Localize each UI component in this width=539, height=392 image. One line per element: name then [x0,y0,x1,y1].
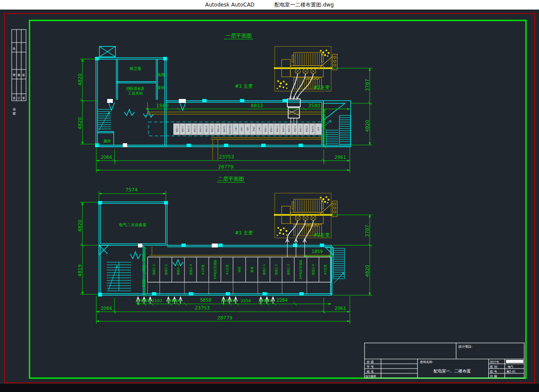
autocad-window: { "window": { "title_app": "Autodesk Aut… [0,0,539,392]
cabinet-label: 馈线2-1 [264,125,266,132]
dim-text: 4820 [365,265,370,277]
cabinet-label: 馈线1-3 [187,125,190,132]
dim-text: 28779 [217,315,233,321]
dim-text: 1859 [312,249,322,254]
sign-cell: 签 [22,96,25,100]
window-titlebar[interactable]: Autodesk AutoCAD 配电室一二楼布置图.dwg [0,0,539,10]
cabinet-label: 馈线2-5 [288,125,290,132]
dim-text: 392 [322,122,325,128]
cabinet-label: 1M电压互感器 [214,260,217,280]
project-label: 设计项目: [458,345,473,349]
dim-text: 341 [322,110,325,115]
sign-cell: 签 [22,73,25,77]
sign-cell: 计 [17,96,20,100]
sign-cell: 改 [13,47,16,50]
cabinet-label: 计量1 [235,126,237,131]
cabinet-label: #2所变 [201,264,205,275]
dim-text: 28779 [218,164,233,170]
cabinet-label: 馈线2-4 [312,264,315,276]
room-label-secondary-equipment: 电气二次设备室 [119,223,147,227]
dim-text: 4820 [365,120,370,132]
dim-text: 826 [143,299,150,303]
document-title: 配电室一二楼布置图.dwg [274,1,334,9]
cabinet-label: 母联 [238,267,241,273]
floor1-title: 一层平面图 [226,33,252,39]
dim-text: 392 [322,116,325,122]
cabinet-label: 馈线1-1 [152,264,156,275]
dim-text: 2302 [142,279,145,287]
dim-text: 2284 [276,298,287,303]
cabinet-label: 备用 [317,127,319,131]
dim-text: 2066 [101,155,112,160]
sign-cell: 审 [13,73,16,77]
cabinet-label: 母联 [246,127,249,131]
dim-text: 2961 [335,155,346,160]
dim-text: 3580 [308,103,320,109]
dim-text: 3787 [365,79,370,91]
tb-row-label: 姓 名 [367,370,374,373]
cabinet-label: 进线1 [240,126,243,131]
cabinet-label: 馈线1-5 [199,125,201,132]
sign-footer-char: 签 [13,112,16,115]
floor1-switchgear-row: 馈线1-1 馈线1-2 馈线1-3 馈线1-4 馈线1-5 馈线1-6 馈线1-… [174,124,321,135]
dim-text: 826 [221,299,228,303]
cabinet-label: 馈线2-0 [306,125,308,132]
dim-text: 5858 [200,297,212,303]
tb-right-label: 设计号 [490,360,499,364]
dim-text: 826 [167,299,174,303]
cabinet-label: 馈线1-7 [211,125,213,132]
dim-text: 2541 [142,253,145,261]
dim-text: 826 [136,299,143,303]
dim-text: 826 [259,299,266,303]
cabinet-label: 馈线2-3 [287,264,290,275]
dim-text: 3787 [365,225,370,237]
tb-row-label: 班 级 [367,360,374,364]
floor2-title: 二层平面图 [218,176,244,182]
cabinet-label: 馈线1-4 [189,264,193,276]
dim-text: 7574 [125,187,138,193]
dim-text: 2066 [101,306,112,311]
dim-text: 3354 [240,298,251,303]
cabinet-label: 电压互感器1 [229,124,231,134]
cabinet-label: 进线2 [253,126,255,131]
cabinet-label: #1主变 [225,264,229,275]
design-no-value-bar [506,360,523,363]
cabinet-label: 馈线1-6 [205,125,207,132]
room-label-shaft: 竖井 [158,86,165,90]
cabinet-label: 馈线2-2 [270,125,272,132]
model-space-background [0,10,539,392]
cabinet-label: 馈线2-7 [299,125,302,132]
app-title: Autodesk AutoCAD [205,2,255,8]
cabinet-label: 馈线2-4 [282,125,284,132]
tb-right-label: 图 别 [490,365,497,369]
sign-cell: 核 [17,73,20,77]
room-label-toilet: 厕所 [104,139,112,143]
dim-text: 826 [228,299,235,303]
cabinet-label: 计量2 [258,126,260,131]
cabinet-label: 馈线2-6 [294,125,296,132]
dim-text: 23753 [219,154,234,160]
room-label-fire-2: 工器具间 [128,91,143,96]
transformer-1-label: #1 主变 [235,83,253,89]
dim-text: 541 [142,265,145,271]
tb-right-value: 施2-01 [506,370,516,373]
dim-text: 8813 [251,103,263,109]
cabinet-label: 馈线1-2 [181,125,184,132]
dim-text: 4820 [77,220,83,232]
window-bottom-strip [0,384,539,392]
dim-text: 826 [174,299,181,303]
cabinet-label: 母线PT1 [223,125,225,132]
cabinet-label: 馈线1-0 [217,125,219,132]
dim-text: 826 [266,299,273,303]
cad-viewport[interactable]: 改 审 核 签 设 计 签 会 签 一层平面图 [0,10,539,392]
cabinet-label: 2M电压互感器 [299,260,302,280]
dim-text: 4820 [77,117,83,129]
transformer-2-label: #2主变 [313,85,330,90]
drawing-name-label: 图纸名称: [420,360,433,364]
cabinet-label: 馈线1-3 [177,264,180,275]
dim-text: 1560 [156,103,168,109]
room-label-fire-1: 消防器材及 [126,86,145,91]
cabinet-label: 母线PT2 [312,125,314,132]
sign-cell: 设 [13,96,16,100]
tb-right-value: 电气 [508,365,514,369]
